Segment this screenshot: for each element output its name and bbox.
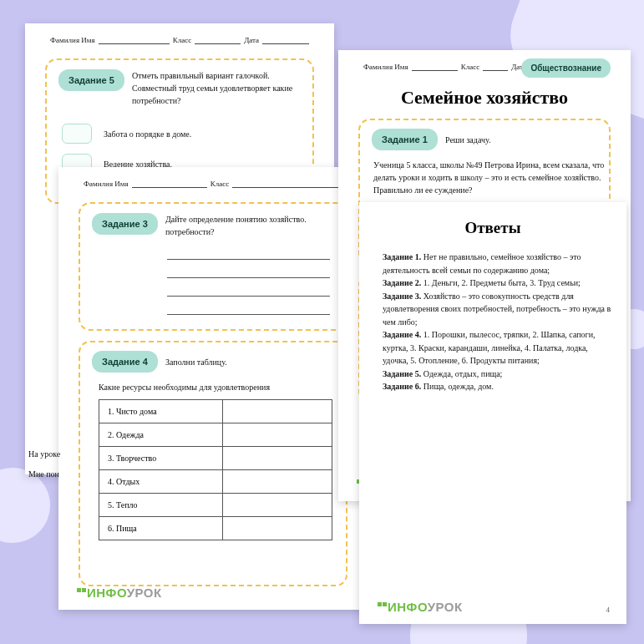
logo-grey: УРОК xyxy=(428,600,463,614)
answer-text: 1. Деньги, 2. Предметы быта, 3. Труд сем… xyxy=(423,278,581,287)
option-1: Забота о порядке в доме. xyxy=(104,128,191,140)
main-title: Семейное хозяйство xyxy=(338,87,631,109)
label-name: Фамилия Имя xyxy=(363,63,408,71)
worksheet-page-2: Фамилия Имя Класс Задание 3 Дайте опреде… xyxy=(58,167,368,610)
subject-badge: Обществознание xyxy=(521,58,611,78)
answer-label: Задание 3. xyxy=(383,292,421,301)
answer-label: Задание 2. xyxy=(383,278,421,287)
task-1-prompt: Реши задачу. xyxy=(445,134,490,146)
answer-item: Задание 1. Нет не правильно, семейное хо… xyxy=(383,251,611,276)
task-3-text: Дайте определение понятию хозяйство. пот… xyxy=(165,213,341,238)
fragment-note-1: На уроке xyxy=(28,448,60,460)
cell[interactable] xyxy=(223,517,332,540)
label-class: Класс xyxy=(210,180,229,188)
task-5-text: Отметь правильный вариант галочкой. Совм… xyxy=(132,69,316,107)
resources-table: 1. Чисто дома 2. Одежда 3. Творчество 4.… xyxy=(99,399,332,540)
task-4-text: Заполни таблицу. xyxy=(165,356,227,368)
task-3-label: Задание 3 xyxy=(92,213,158,235)
answer-label: Задание 1. xyxy=(383,252,421,261)
blank xyxy=(99,35,170,44)
blank xyxy=(195,35,241,44)
checkbox-1[interactable] xyxy=(62,124,92,144)
cell: 1. Чисто дома xyxy=(99,400,223,423)
cell[interactable] xyxy=(223,447,332,470)
table-row: 4. Отдых xyxy=(99,470,332,494)
answer-text: Одежда, отдых, пища; xyxy=(423,369,503,378)
cell: 3. Творчество xyxy=(99,447,223,470)
write-line xyxy=(167,314,330,315)
cell: 2. Одежда xyxy=(99,423,223,447)
cell[interactable] xyxy=(223,494,332,517)
answer-item: Задание 4. 1. Порошки, пылесос, тряпки, … xyxy=(383,328,611,368)
table-row: 1. Чисто дома xyxy=(99,400,332,423)
cell[interactable] xyxy=(223,470,332,494)
answer-item: Задание 5. Одежда, отдых, пища; xyxy=(383,368,611,381)
task-1-body: Ученица 5 класса, школы №49 Петрова Ирин… xyxy=(373,159,607,196)
table-row: 2. Одежда xyxy=(99,423,332,447)
task-5-label: Задание 5 xyxy=(58,69,124,91)
answers-page: Ответы Задание 1. Нет не правильно, семе… xyxy=(359,202,626,624)
blank xyxy=(483,62,508,71)
logo: ИНФОУРОК xyxy=(77,586,162,600)
task-4-label: Задание 4 xyxy=(92,351,158,373)
cell[interactable] xyxy=(223,423,332,447)
write-line xyxy=(167,277,330,278)
blank xyxy=(262,35,309,44)
logo-green: ИНФО xyxy=(388,600,428,614)
cell: 6. Пища xyxy=(99,517,223,540)
answer-label: Задание 6. xyxy=(383,382,421,391)
blank xyxy=(412,62,458,71)
label-class: Класс xyxy=(173,36,191,44)
answer-item: Задание 6. Пища, одежда, дом. xyxy=(383,380,611,393)
label-class: Класс xyxy=(461,63,479,71)
header-line: Фамилия Имя Класс Дата xyxy=(50,35,309,44)
table-row: 6. Пища xyxy=(99,517,332,540)
logo-grey: УРОК xyxy=(127,586,162,600)
canvas: Фамилия Имя Класс Дата Задание 5 Отметь … xyxy=(0,0,644,644)
label-date: Дата xyxy=(244,36,259,44)
write-line xyxy=(167,296,330,297)
table-row: 5. Тепло xyxy=(99,494,332,517)
label-name: Фамилия Имя xyxy=(84,180,129,188)
table-row: 3. Творчество xyxy=(99,447,332,470)
logo: ИНФОУРОК xyxy=(378,600,463,614)
blank xyxy=(232,179,342,188)
label-name: Фамилия Имя xyxy=(50,36,95,44)
task-1-label: Задание 1 xyxy=(372,129,438,150)
cell: 5. Тепло xyxy=(99,494,223,517)
answers-body: Задание 1. Нет не правильно, семейное хо… xyxy=(383,251,611,393)
write-line xyxy=(167,259,330,260)
answer-item: Задание 3. Хозяйство – это совокупность … xyxy=(383,290,611,329)
answer-label: Задание 4. xyxy=(383,330,421,339)
blank xyxy=(132,179,207,188)
answer-label: Задание 5. xyxy=(383,369,421,378)
header-line: Фамилия Имя Класс xyxy=(84,179,342,188)
cell: 4. Отдых xyxy=(99,470,223,494)
answers-title: Ответы xyxy=(359,219,626,237)
cell[interactable] xyxy=(223,400,332,423)
answer-text: Пища, одежда, дом. xyxy=(423,382,494,391)
table-caption: Какие ресурсы необходимы для удовлетворе… xyxy=(99,381,349,393)
logo-green: ИНФО xyxy=(87,586,127,600)
answer-item: Задание 2. 1. Деньги, 2. Предметы быта, … xyxy=(383,276,611,290)
fragment-note-2: Мне пон xyxy=(28,468,59,480)
page-number: 4 xyxy=(606,606,611,614)
